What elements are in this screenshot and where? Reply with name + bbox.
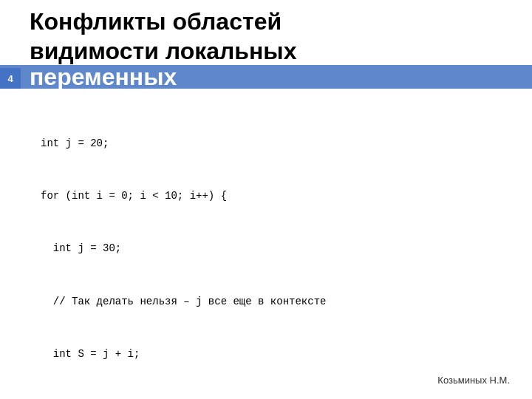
title-area: Конфликты областей видимости локальных (30, 7, 517, 66)
slide: Конфликты областей видимости локальных 4… (0, 0, 532, 399)
code-line-5: int S = j + i; (41, 346, 517, 364)
code-block: int j = 20; for (int i = 0; i < 10; i++)… (41, 100, 517, 399)
code-line-2: for (int i = 0; i < 10; i++) { (41, 188, 517, 205)
slide-number-badge: 4 (0, 68, 21, 89)
author-label: Козьминых Н.М. (437, 375, 510, 386)
title-line3-container: переменных (30, 65, 517, 89)
code-line-3: int j = 30; (41, 240, 517, 258)
title-line3: переменных (30, 63, 177, 91)
title-line1: Конфликты областей (30, 7, 517, 35)
title-line2: видимости локальных (30, 37, 517, 65)
code-line-4: // Так делать нельзя – j все еще в конте… (41, 293, 517, 311)
code-area: int j = 20; for (int i = 0; i < 10; i++)… (41, 100, 517, 399)
code-line-1: int j = 20; (41, 135, 517, 153)
